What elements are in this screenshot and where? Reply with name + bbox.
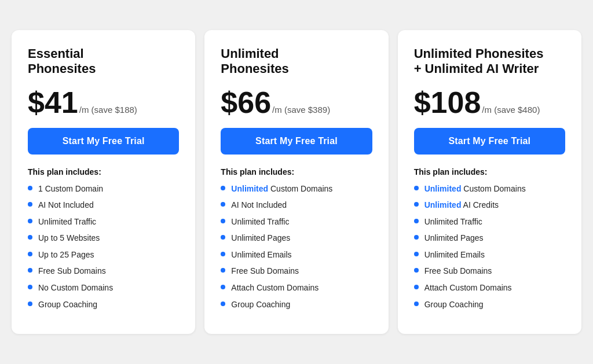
bullet-icon — [221, 186, 225, 190]
bullet-icon — [28, 252, 32, 256]
plan-title-essential: Essential Phonesites — [28, 46, 179, 77]
price-suffix-unlimited-ai: /m (save $480) — [482, 105, 540, 115]
price-suffix-essential: /m (save $188) — [79, 105, 137, 115]
list-item: Unlimited Traffic — [221, 216, 372, 228]
price-row-unlimited: $66/m (save $389) — [221, 87, 372, 117]
list-item: AI Not Included — [28, 200, 179, 211]
bullet-icon — [28, 285, 32, 289]
feature-text: AI Not Included — [38, 200, 94, 211]
list-item: Unlimited Traffic — [414, 216, 565, 228]
includes-label-unlimited-ai: This plan includes: — [414, 167, 565, 177]
features-list-unlimited: Unlimited Custom DomainsAI Not IncludedU… — [221, 183, 372, 311]
feature-text: Unlimited Traffic — [38, 216, 96, 228]
list-item: Unlimited Pages — [221, 233, 372, 244]
price-suffix-unlimited: /m (save $389) — [272, 105, 330, 115]
highlight-text: Unlimited — [231, 184, 268, 193]
includes-label-unlimited: This plan includes: — [221, 167, 372, 177]
bullet-icon — [414, 285, 419, 289]
feature-text: Free Sub Domains — [38, 266, 106, 277]
list-item: Attach Custom Domains — [414, 282, 565, 294]
feature-text: No Custom Domains — [38, 282, 113, 294]
bullet-icon — [28, 235, 32, 240]
bullet-icon — [414, 252, 419, 256]
cta-button-unlimited[interactable]: Start My Free Trial — [221, 128, 372, 155]
bullet-icon — [28, 219, 32, 223]
feature-text: Unlimited Custom Domains — [231, 183, 332, 195]
feature-text: Group Coaching — [231, 299, 290, 311]
price-amount-unlimited-ai: $108 — [414, 87, 481, 117]
price-row-essential: $41/m (save $188) — [28, 87, 179, 117]
bullet-icon — [414, 268, 419, 273]
features-list-essential: 1 Custom DomainAI Not IncludedUnlimited … — [28, 183, 179, 311]
list-item: Unlimited Emails — [414, 249, 565, 261]
list-item: Unlimited Custom Domains — [414, 183, 565, 195]
feature-text: 1 Custom Domain — [38, 183, 103, 195]
list-item: 1 Custom Domain — [28, 183, 179, 195]
pricing-card-essential: Essential Phonesites$41/m (save $188)Sta… — [12, 30, 195, 334]
list-item: Free Sub Domains — [414, 266, 565, 277]
bullet-icon — [221, 302, 225, 306]
plan-title-unlimited-ai: Unlimited Phonesites + Unlimited AI Writ… — [414, 46, 565, 77]
list-item: Up to 25 Pages — [28, 249, 179, 261]
feature-text: Up to 25 Pages — [38, 249, 94, 261]
list-item: Free Sub Domains — [221, 266, 372, 277]
plan-title-unlimited: Unlimited Phonesites — [221, 46, 372, 77]
pricing-card-unlimited-ai: Unlimited Phonesites + Unlimited AI Writ… — [398, 30, 581, 334]
list-item: Free Sub Domains — [28, 266, 179, 277]
list-item: Group Coaching — [28, 299, 179, 311]
feature-text: Attach Custom Domains — [231, 282, 319, 294]
bullet-icon — [28, 202, 32, 207]
feature-text: Attach Custom Domains — [424, 282, 512, 294]
includes-label-essential: This plan includes: — [28, 167, 179, 177]
list-item: Attach Custom Domains — [221, 282, 372, 294]
list-item: Unlimited Emails — [221, 249, 372, 261]
bullet-icon — [414, 186, 419, 190]
feature-text: Unlimited Emails — [424, 249, 485, 261]
list-item: Group Coaching — [221, 299, 372, 311]
highlight-text: Unlimited — [424, 200, 462, 209]
features-list-unlimited-ai: Unlimited Custom DomainsUnlimited AI Cre… — [414, 183, 565, 311]
price-amount-unlimited: $66 — [221, 87, 271, 117]
cta-button-essential[interactable]: Start My Free Trial — [28, 128, 179, 155]
feature-text: Unlimited Custom Domains — [424, 183, 526, 195]
bullet-icon — [221, 252, 225, 256]
bullet-icon — [221, 285, 225, 289]
bullet-icon — [28, 268, 32, 273]
price-amount-essential: $41 — [28, 87, 78, 117]
feature-text: Free Sub Domains — [231, 266, 299, 277]
bullet-icon — [28, 302, 32, 306]
bullet-icon — [414, 202, 419, 207]
feature-text: Unlimited Traffic — [231, 216, 289, 228]
feature-text: Unlimited Emails — [231, 249, 291, 261]
bullet-icon — [28, 186, 32, 190]
pricing-card-unlimited: Unlimited Phonesites$66/m (save $389)Sta… — [204, 30, 388, 334]
highlight-text: Unlimited — [424, 184, 462, 193]
feature-text: Unlimited Traffic — [424, 216, 482, 228]
feature-text: Unlimited Pages — [231, 233, 290, 244]
cta-button-unlimited-ai[interactable]: Start My Free Trial — [414, 128, 565, 155]
feature-text: Unlimited Pages — [424, 233, 484, 244]
price-row-unlimited-ai: $108/m (save $480) — [414, 87, 565, 117]
list-item: Unlimited Pages — [414, 233, 565, 244]
list-item: Unlimited Traffic — [28, 216, 179, 228]
list-item: Up to 5 Websites — [28, 233, 179, 244]
list-item: Group Coaching — [414, 299, 565, 311]
feature-text: Up to 5 Websites — [38, 233, 100, 244]
feature-text: Group Coaching — [424, 299, 484, 311]
feature-text: AI Not Included — [231, 200, 287, 211]
bullet-icon — [221, 219, 225, 223]
bullet-icon — [414, 219, 419, 223]
list-item: AI Not Included — [221, 200, 372, 211]
list-item: No Custom Domains — [28, 282, 179, 294]
bullet-icon — [221, 202, 225, 207]
feature-text: Group Coaching — [38, 299, 97, 311]
list-item: Unlimited Custom Domains — [221, 183, 372, 195]
bullet-icon — [414, 235, 419, 240]
bullet-icon — [414, 302, 419, 306]
feature-text: Unlimited AI Credits — [424, 200, 499, 211]
pricing-container: Essential Phonesites$41/m (save $188)Sta… — [12, 30, 581, 334]
bullet-icon — [221, 268, 225, 273]
bullet-icon — [221, 235, 225, 240]
feature-text: Free Sub Domains — [424, 266, 492, 277]
list-item: Unlimited AI Credits — [414, 200, 565, 211]
